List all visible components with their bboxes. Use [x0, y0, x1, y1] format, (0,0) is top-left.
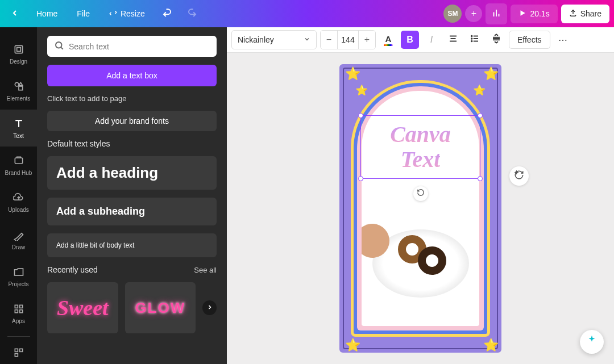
timer-label: 20.1s: [530, 9, 549, 18]
text-icon: [12, 117, 26, 131]
svg-rect-16: [19, 349, 22, 352]
svg-marker-8: [19, 83, 23, 86]
selection-handle[interactable]: [478, 113, 483, 118]
redo-button[interactable]: [181, 3, 203, 24]
svg-rect-12: [19, 306, 22, 308]
brand-fonts-button[interactable]: Add your brand fonts: [47, 111, 217, 131]
projects-icon: [12, 265, 26, 279]
design-frame[interactable]: ⭐ ⭐ ⭐ ⭐ ⭐ ⭐: [339, 64, 501, 353]
rail-more[interactable]: [0, 341, 37, 364]
toolbar-more-button[interactable]: ⋯: [554, 31, 572, 49]
rail-projects[interactable]: Projects: [0, 258, 37, 295]
recent-sweet-text: Sweet: [57, 295, 109, 320]
brand-hub-icon: [12, 154, 26, 168]
rail-elements[interactable]: Elements: [0, 72, 37, 109]
rail-uploads[interactable]: Uploads: [0, 183, 37, 220]
svg-rect-7: [19, 86, 23, 90]
canvas-center[interactable]: ⭐ ⭐ ⭐ ⭐ ⭐ ⭐: [227, 53, 614, 364]
spacing-button[interactable]: [487, 31, 505, 49]
share-button[interactable]: Share: [561, 5, 609, 23]
rail-brand-hub[interactable]: Brand Hub: [0, 147, 37, 183]
top-header: Home File Resize SM + 20.1s: [0, 0, 614, 27]
rail-draw-label: Draw: [12, 244, 25, 250]
align-button[interactable]: [444, 31, 462, 49]
rotate-handle[interactable]: [413, 186, 428, 201]
see-all-link[interactable]: See all: [194, 266, 217, 274]
rail-apps[interactable]: Apps: [0, 295, 37, 332]
add-body-card[interactable]: Add a little bit of body text: [47, 233, 217, 257]
analytics-button[interactable]: [486, 3, 507, 24]
design-icon: [12, 43, 26, 56]
canvas-area: Nickainley − + A B I: [227, 27, 614, 364]
rail-divider: [7, 336, 30, 337]
star-icon: ⭐: [483, 66, 496, 79]
spacing-icon: [491, 34, 501, 46]
search-input[interactable]: [69, 42, 210, 51]
chevron-right-icon: [206, 303, 213, 313]
svg-rect-5: [16, 48, 20, 52]
plus-icon: +: [471, 9, 476, 19]
font-size-input[interactable]: [338, 35, 358, 44]
svg-point-18: [56, 42, 62, 48]
add-subheading-card[interactable]: Add a subheading: [47, 198, 217, 225]
list-icon: [470, 34, 480, 46]
undo-button[interactable]: [156, 3, 178, 24]
star-icon: ⭐: [355, 84, 368, 97]
selected-text-box[interactable]: Canva Text: [360, 115, 480, 179]
chart-icon: [491, 8, 501, 20]
recent-scroll-right-button[interactable]: [202, 300, 217, 315]
elements-icon: [12, 80, 26, 93]
font-size-minus-button[interactable]: −: [321, 30, 338, 49]
add-body-label: Add a little bit of body text: [56, 241, 208, 249]
selection-handle[interactable]: [358, 176, 363, 181]
italic-button[interactable]: I: [422, 31, 441, 49]
sparkle-refresh-icon: [514, 170, 524, 182]
font-size-control: − +: [320, 30, 376, 49]
text-panel: Add a text box Click text to add to page…: [37, 27, 227, 364]
selection-handle[interactable]: [478, 176, 483, 181]
rail-text-label: Text: [13, 133, 23, 139]
donut-image: [367, 207, 474, 320]
svg-line-19: [61, 47, 63, 49]
play-timer-button[interactable]: 20.1s: [511, 5, 557, 23]
font-select[interactable]: Nickainley: [231, 30, 317, 49]
bold-button[interactable]: B: [401, 31, 419, 49]
add-heading-card[interactable]: Add a heading: [47, 156, 217, 190]
recent-item-sweet[interactable]: Sweet: [47, 282, 118, 333]
back-button[interactable]: [5, 4, 25, 24]
rail-apps-label: Apps: [12, 318, 25, 324]
text-color-button[interactable]: A: [379, 31, 397, 49]
font-size-plus-button[interactable]: +: [358, 30, 375, 49]
svg-rect-13: [15, 310, 18, 313]
selection-handle[interactable]: [358, 113, 363, 118]
text-toolbar: Nickainley − + A B I: [227, 27, 614, 53]
regenerate-button[interactable]: [509, 166, 529, 186]
add-user-button[interactable]: +: [465, 5, 482, 22]
sidebar-rail: Design Elements Text Brand Hub Uploads: [0, 27, 37, 364]
add-text-box-button[interactable]: Add a text box: [47, 65, 217, 86]
align-icon: [448, 34, 458, 46]
resize-button[interactable]: Resize: [101, 5, 153, 23]
list-button[interactable]: [466, 31, 484, 49]
rail-uploads-label: Uploads: [8, 207, 29, 213]
avatar[interactable]: SM: [443, 5, 462, 23]
effects-button[interactable]: Effects: [509, 31, 550, 49]
file-button[interactable]: File: [69, 5, 98, 23]
star-icon: ⭐: [345, 66, 358, 79]
home-button[interactable]: Home: [28, 5, 65, 23]
more-icon: [12, 346, 26, 359]
magic-fab-button[interactable]: [580, 330, 604, 354]
rail-text[interactable]: Text: [0, 110, 37, 147]
rail-design[interactable]: Design: [0, 35, 37, 72]
rail-draw[interactable]: Draw: [0, 220, 37, 257]
canvas-text-line1: Canva: [390, 122, 451, 147]
recent-glow-text: GLOW: [135, 299, 185, 317]
resize-label: Resize: [121, 9, 145, 18]
recent-item-glow[interactable]: GLOW: [125, 282, 196, 333]
svg-point-26: [471, 36, 472, 37]
italic-icon: I: [430, 35, 433, 45]
search-wrap: [47, 36, 217, 57]
chevron-left-icon: [10, 9, 19, 19]
svg-rect-15: [15, 349, 18, 352]
play-icon: [518, 9, 526, 19]
